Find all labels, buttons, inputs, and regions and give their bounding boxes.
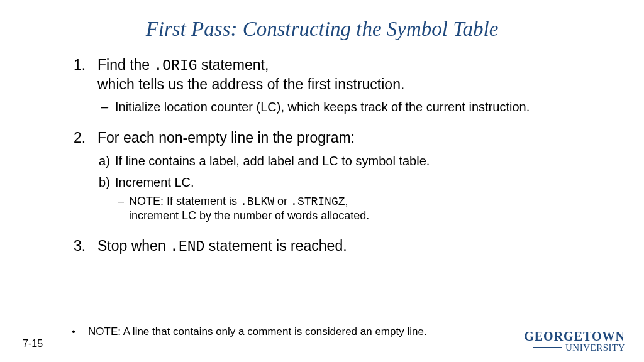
footer-note: NOTE: A line that contains only a commen…: [88, 326, 427, 338]
page-number: 7-15: [23, 338, 43, 349]
text: ,: [345, 195, 348, 207]
sub-list: Initialize location counter (LC), which …: [97, 99, 575, 116]
note-item: NOTE: If statement is .BLKW or .STRINGZ,…: [129, 194, 575, 223]
sub-item: Initialize location counter (LC), which …: [115, 99, 575, 116]
text: Find the: [97, 57, 154, 73]
georgetown-logo: GEORGETOWN UNIVERSITY: [524, 331, 625, 352]
text: or: [274, 195, 291, 207]
list-item-1: Find the .ORIG statement, which tells us…: [97, 56, 575, 115]
text: NOTE: If statement is: [129, 195, 240, 207]
text: increment LC by the number of words allo…: [129, 209, 369, 222]
slide: First Pass: Constructing the Symbol Tabl…: [0, 0, 644, 362]
text: For each non-empty line in the program:: [97, 129, 355, 146]
logo-line2: UNIVERSITY: [524, 343, 625, 352]
code-orig: .ORIG: [154, 58, 197, 74]
text: which tells us the address of the first …: [97, 76, 404, 92]
text: statement is reached.: [204, 238, 347, 254]
list-item-2: For each non-empty line in the program: …: [97, 129, 575, 222]
slide-content: Find the .ORIG statement, which tells us…: [38, 56, 606, 256]
main-list: Find the .ORIG statement, which tells us…: [97, 56, 575, 256]
logo-text2: UNIVERSITY: [565, 343, 625, 352]
logo-line1: GEORGETOWN: [524, 331, 625, 343]
sub-item-a: If line contains a label, add label and …: [115, 153, 575, 169]
logo-bar: [533, 347, 562, 348]
code-stringz: .STRINGZ: [291, 195, 345, 208]
sub-alpha-list: If line contains a label, add label and …: [97, 153, 575, 223]
list-item-3: Stop when .END statement is reached.: [97, 237, 575, 256]
code-end: .END: [170, 239, 204, 255]
sub-sub-list: NOTE: If statement is .BLKW or .STRINGZ,…: [115, 194, 575, 223]
text: Increment LC.: [115, 175, 194, 189]
code-blkw: .BLKW: [240, 195, 274, 208]
text: statement,: [197, 57, 269, 73]
sub-item-b: Increment LC. NOTE: If statement is .BLK…: [115, 174, 575, 223]
text: Stop when: [97, 238, 170, 254]
slide-title: First Pass: Constructing the Symbol Tabl…: [38, 18, 606, 41]
